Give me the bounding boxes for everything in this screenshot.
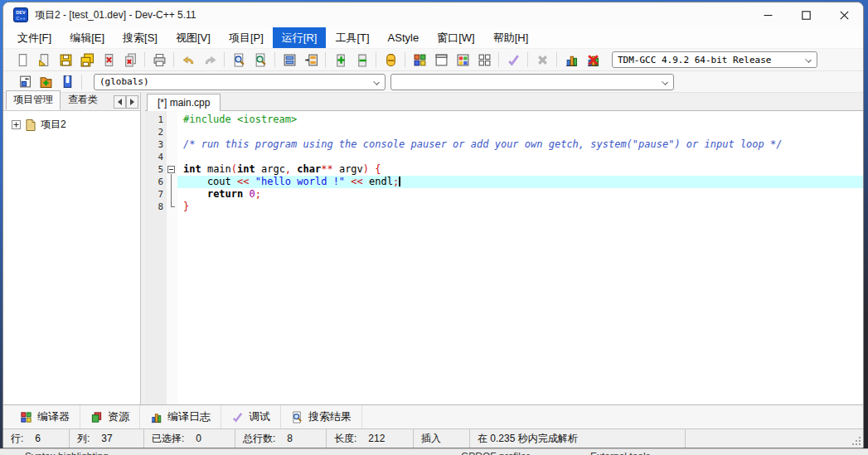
line-number: 8 <box>145 201 167 213</box>
open-file-button[interactable] <box>33 50 55 70</box>
tree-expander-icon[interactable] <box>12 120 21 129</box>
menu-search[interactable]: 搜索[S] <box>114 27 167 48</box>
title-bar: DEV C++ 项目2 - [test_01.dev] - Dev-C++ 5.… <box>3 2 863 27</box>
menu-project[interactable]: 项目[P] <box>220 27 273 48</box>
debug-check-icon <box>231 411 244 424</box>
fold-collapse-icon[interactable] <box>167 166 175 173</box>
tab-compiler[interactable]: 编译器 <box>10 405 80 428</box>
bottom-panel-tabs: 编译器 资源 编译日志 调试 搜索结果 <box>3 404 863 428</box>
find-in-files-button[interactable] <box>250 50 271 70</box>
tab-class-viewer[interactable]: 查看类 <box>61 90 105 110</box>
close-file-button[interactable] <box>98 50 119 70</box>
new-file-button[interactable] <box>12 50 33 70</box>
menu-tools[interactable]: 工具[T] <box>326 27 378 48</box>
status-column: 列:37 <box>70 429 144 448</box>
code-line[interactable]: } <box>177 201 863 213</box>
close-all-icon <box>124 53 138 67</box>
tab-project-manager[interactable]: 项目管理 <box>6 90 61 110</box>
print-button[interactable] <box>148 50 170 70</box>
add-to-project-button[interactable] <box>329 50 351 70</box>
window-colored-button[interactable] <box>452 50 473 70</box>
new-source-button[interactable] <box>13 72 35 92</box>
fold-cell <box>167 138 177 151</box>
bookmark-button[interactable] <box>56 72 78 92</box>
resize-grip[interactable] <box>851 435 861 446</box>
tab-debug[interactable]: 调试 <box>221 405 281 428</box>
save-all-button[interactable] <box>76 50 98 70</box>
menu-run[interactable]: 运行[R] <box>273 27 327 48</box>
minimize-button[interactable] <box>749 2 787 27</box>
chevron-down-icon <box>373 79 380 85</box>
goto-panel-button[interactable] <box>279 50 300 70</box>
toolbar-separator <box>405 52 405 67</box>
remove-from-project-button[interactable] <box>351 50 372 70</box>
maximize-icon <box>802 11 811 20</box>
window-colored-icon <box>456 53 470 67</box>
undo-button[interactable] <box>177 50 199 70</box>
menu-astyle[interactable]: AStyle <box>379 27 429 48</box>
close-button[interactable] <box>825 2 863 27</box>
tree-item-project[interactable]: 项目2 <box>12 118 140 132</box>
add-project-icon <box>39 75 53 89</box>
chevron-down-icon <box>805 56 812 63</box>
abort-compile-button[interactable] <box>531 50 553 70</box>
close-icon <box>840 11 849 20</box>
print-icon <box>153 53 167 67</box>
new-source-icon <box>17 75 32 89</box>
status-line: 行:6 <box>3 429 70 448</box>
status-total-lines: 总行数:8 <box>235 429 327 448</box>
add-project-button[interactable] <box>35 72 56 92</box>
compiler-select-value: TDM-GCC 4.9.2 64-bit Release <box>618 55 771 65</box>
menu-file[interactable]: 文件[F] <box>8 27 61 48</box>
compiler-select[interactable]: TDM-GCC 4.9.2 64-bit Release <box>612 51 817 68</box>
menu-window[interactable]: 窗口[W] <box>428 27 484 48</box>
code-line[interactable]: cout << "hello world !" << endl; <box>177 176 863 188</box>
code-line[interactable] <box>177 151 863 163</box>
fold-cell[interactable] <box>167 163 177 176</box>
code-line[interactable]: int main(int argc, char** argv) { <box>177 163 863 176</box>
profile-analysis-icon <box>565 53 579 67</box>
status-length: 长度:212 <box>327 429 414 448</box>
close-all-button[interactable] <box>119 50 141 70</box>
goto-panel-icon <box>283 53 297 67</box>
status-bar: 行:6 列:37 已选择:0 总行数:8 长度:212 插入 在 0.235 秒… <box>3 428 863 448</box>
main-toolbar: TDM-GCC 4.9.2 64-bit Release <box>3 49 863 71</box>
code-line[interactable]: return 0; <box>177 188 863 201</box>
tab-scroll-left-button[interactable] <box>114 95 126 109</box>
tab-search-results[interactable]: 搜索结果 <box>281 405 362 428</box>
fold-margin[interactable] <box>167 111 177 404</box>
profile-analysis-button[interactable] <box>560 50 582 70</box>
window-grid-colored-button[interactable] <box>409 50 430 70</box>
menu-edit[interactable]: 编辑[E] <box>61 27 114 48</box>
fold-cell <box>167 188 177 201</box>
tree-item-label: 项目2 <box>41 118 66 132</box>
find-button[interactable] <box>228 50 250 70</box>
maximize-button[interactable] <box>787 2 825 27</box>
member-select[interactable] <box>390 74 674 90</box>
code-editor[interactable]: 12345678 #include <iostream>/* run this … <box>145 111 863 404</box>
tab-resources[interactable]: 资源 <box>80 405 140 428</box>
code-line[interactable]: #include <iostream> <box>177 114 863 126</box>
package-manager-button[interactable] <box>380 50 401 70</box>
window-small-grid-button[interactable] <box>473 50 495 70</box>
background-window-text: Syntax highlighting <box>25 451 109 455</box>
arrow-right-icon <box>130 99 134 105</box>
menu-view[interactable]: 视图[V] <box>167 27 220 48</box>
redo-button[interactable] <box>199 50 221 70</box>
tab-scroll-right-button[interactable] <box>126 95 138 109</box>
tab-compile-log[interactable]: 编译日志 <box>140 405 221 428</box>
class-browser-select[interactable]: (globals) <box>94 74 386 90</box>
project-toolbar: (globals) <box>3 71 863 93</box>
code-line[interactable] <box>177 126 863 138</box>
menu-help[interactable]: 帮助[H] <box>484 27 538 48</box>
code-line[interactable]: /* run this program using the console pa… <box>177 138 863 151</box>
toolbar-separator <box>376 52 376 67</box>
save-button[interactable] <box>55 50 76 70</box>
code-lines[interactable]: #include <iostream>/* run this program u… <box>177 111 863 404</box>
editor-tab-main-cpp[interactable]: [*] main.cpp <box>147 94 221 111</box>
window-plain-button[interactable] <box>430 50 452 70</box>
syntax-check-button[interactable] <box>502 50 524 70</box>
delete-profiling-button[interactable] <box>582 50 604 70</box>
window-grid-colored-icon <box>413 53 427 67</box>
swap-header-source-button[interactable] <box>300 50 322 70</box>
